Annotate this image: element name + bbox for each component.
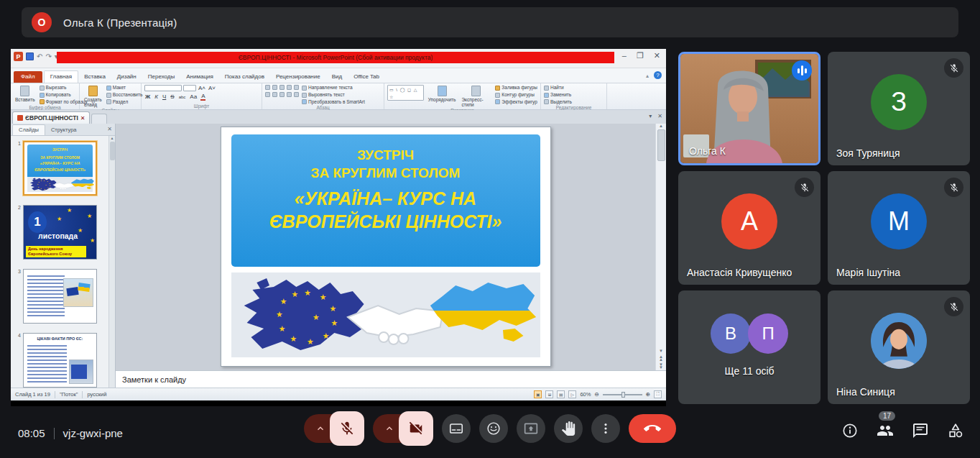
select-button[interactable]: Выделить	[544, 99, 572, 106]
text-direction-button[interactable]: Направление текста	[302, 85, 365, 91]
slide-thumbnail-3[interactable]: 3	[11, 269, 115, 324]
fit-to-window-button[interactable]: ⛶	[654, 390, 662, 398]
panel-close-icon[interactable]: ✕	[107, 126, 112, 132]
tab-home[interactable]: Главная	[44, 70, 78, 83]
captions-button[interactable]	[442, 414, 471, 443]
panel-tab-outline[interactable]: Структура	[45, 125, 83, 135]
docbar-menu-icon[interactable]: ▾	[649, 113, 652, 119]
panel-tab-slides[interactable]: Слайды	[12, 124, 45, 135]
leave-call-button[interactable]	[629, 414, 676, 443]
participant-tile-olga[interactable]: Ольга К	[678, 52, 820, 165]
reading-view-button[interactable]: ▤	[557, 390, 565, 398]
bold-button[interactable]: Ж	[144, 93, 151, 100]
reactions-button[interactable]	[479, 414, 508, 443]
slide-thumbnail-2[interactable]: 2 ★★ ★★ ★ 1 листопада День народження Єв…	[11, 205, 115, 260]
zoom-in-icon[interactable]: ⊕	[646, 391, 650, 398]
tab-slideshow[interactable]: Показ слайдов	[219, 71, 270, 83]
align-right-icon[interactable]	[279, 92, 285, 97]
find-button[interactable]: Найти	[544, 85, 572, 91]
reset-button[interactable]: Восстановить	[106, 92, 143, 99]
zoom-slider[interactable]	[603, 394, 642, 395]
undo-icon[interactable]: ↶	[37, 53, 42, 60]
arrange-button[interactable]: Упорядочить	[427, 85, 458, 103]
restore-button[interactable]: ❐	[637, 51, 644, 60]
panel-scrollbar[interactable]: ▲	[108, 136, 115, 388]
replace-button[interactable]: Заменить	[544, 92, 572, 99]
notes-area[interactable]: Заметки к слайду	[116, 370, 666, 388]
layout-button[interactable]: Макет	[106, 85, 143, 91]
normal-view-button[interactable]: ▣	[534, 390, 542, 398]
zoom-out-icon[interactable]: ⊖	[594, 391, 598, 398]
quick-access-toolbar[interactable]: P ↶ ↷ ▾	[14, 52, 58, 61]
underline-button[interactable]: Ч	[162, 93, 167, 100]
participant-tile-nina[interactable]: Ніна Синиця	[828, 290, 970, 404]
tab-transitions[interactable]: Переходы	[142, 71, 181, 83]
tab-view[interactable]: Вид	[326, 71, 348, 83]
indent-decrease-icon[interactable]	[279, 85, 285, 90]
slide-thumbnail-1[interactable]: 1 ЗУСТРІЧ ЗА КРУГЛИМ СТОЛОМ «УКРАЇНА– КУ…	[11, 141, 115, 196]
columns-icon[interactable]	[294, 92, 299, 97]
font-name-select[interactable]	[144, 85, 182, 91]
participant-tile-anastasia[interactable]: А Анастасія Кривущенко	[678, 171, 820, 285]
vertical-scrollbar[interactable]: ▲ ▼ ▲▲ ▼▼	[655, 124, 666, 370]
italic-button[interactable]: К	[154, 93, 159, 100]
more-options-button[interactable]	[591, 414, 620, 443]
participant-tile-zoya[interactable]: З Зоя Туряниця	[828, 52, 970, 165]
screen-share-region[interactable]: P ↶ ↷ ▾ ЄВРОП.ЦІННОСТІ - Microsoft Power…	[11, 49, 666, 406]
strikethrough-button[interactable]: S	[170, 93, 175, 100]
numbering-icon[interactable]	[272, 85, 277, 90]
mic-mute-button[interactable]	[330, 411, 364, 446]
section-button[interactable]: Раздел	[106, 99, 143, 106]
slide-title-box[interactable]: ЗУСТРІЧ ЗА КРУГЛИМ СТОЛОМ «УКРАЇНА– КУРС…	[231, 134, 540, 267]
camera-off-button[interactable]	[399, 411, 433, 446]
quick-styles-button[interactable]: Экспресс-стили	[460, 85, 492, 108]
slide-maps-image[interactable]	[231, 272, 540, 357]
raise-hand-button[interactable]	[554, 414, 583, 443]
bullets-icon[interactable]	[265, 85, 270, 90]
document-tab-close-icon[interactable]: ✕	[80, 115, 85, 122]
tab-review[interactable]: Рецензирование	[270, 71, 326, 83]
align-center-icon[interactable]	[272, 92, 277, 97]
docbar-close-icon[interactable]: ✕	[657, 113, 662, 119]
grow-font-icon[interactable]: A˄	[198, 85, 206, 91]
help-icon[interactable]: ?	[654, 71, 662, 79]
save-icon[interactable]	[26, 52, 34, 60]
shapes-gallery[interactable]: ▭ \ ◯ ◻ △ ☆⌒ ( ) ◇ ▷ ✦	[387, 85, 424, 101]
font-size-select[interactable]	[183, 85, 196, 91]
document-tab[interactable]: ЄВРОП.ЦІННОСТІ ✕	[12, 111, 90, 124]
smartart-button[interactable]: Преобразовать в SmartArt	[302, 99, 365, 106]
tab-file[interactable]: Файл	[14, 71, 42, 83]
close-button[interactable]: ✕	[654, 51, 660, 60]
participant-tile-maria[interactable]: М Марія Ішутіна	[828, 171, 970, 285]
tab-insert[interactable]: Вставка	[78, 71, 111, 83]
slide-sorter-button[interactable]: ⊞	[545, 390, 553, 398]
new-document-tab[interactable]	[91, 114, 107, 124]
present-button[interactable]	[517, 414, 545, 443]
tab-design[interactable]: Дизайн	[111, 71, 142, 83]
new-slide-button[interactable]: Создать слайд	[83, 85, 103, 108]
minimize-button[interactable]: –	[622, 51, 627, 60]
case-icon[interactable]: Aa	[189, 93, 198, 100]
language-indicator[interactable]: русский	[87, 391, 106, 398]
redo-icon[interactable]: ↷	[45, 53, 51, 60]
slide-editor-area[interactable]: ЗУСТРІЧ ЗА КРУГЛИМ СТОЛОМ «УКРАЇНА– КУРС…	[116, 124, 655, 370]
char-spacing-icon[interactable]: abc	[178, 95, 187, 99]
participants-button[interactable]: 17	[877, 422, 894, 439]
tab-office-tab[interactable]: Office Tab	[348, 71, 385, 83]
meeting-details-button[interactable]	[841, 422, 859, 439]
next-slide-button[interactable]: ▼▼	[659, 363, 663, 369]
align-text-button[interactable]: Выровнять текст	[302, 92, 365, 99]
align-left-icon[interactable]	[265, 92, 270, 97]
shape-outline-button[interactable]: Контур фигуры	[495, 92, 537, 99]
indent-increase-icon[interactable]	[287, 85, 292, 90]
chat-button[interactable]	[912, 422, 929, 439]
activities-button[interactable]	[947, 422, 964, 439]
shape-effects-button[interactable]: Эффекты фигур	[495, 99, 537, 106]
participant-tile-overflow[interactable]: В П Ще 11 осіб	[678, 290, 820, 404]
justify-icon[interactable]	[287, 92, 292, 97]
current-slide[interactable]: ЗУСТРІЧ ЗА КРУГЛИМ СТОЛОМ «УКРАЇНА– КУРС…	[221, 127, 551, 367]
collapse-ribbon-icon[interactable]: ▴	[646, 73, 649, 79]
previous-slide-button[interactable]: ▲▲	[659, 355, 663, 361]
font-color-icon[interactable]: A	[200, 93, 205, 101]
line-spacing-icon[interactable]	[294, 85, 299, 90]
